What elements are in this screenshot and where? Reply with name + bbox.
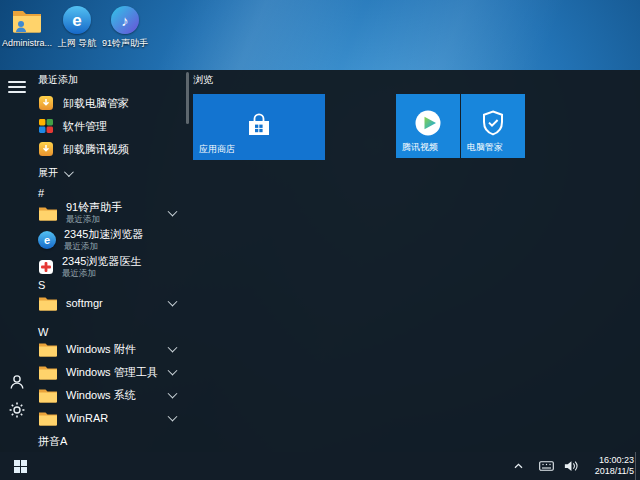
taskbar-clock[interactable]: 16:00:23 2018/11/5 xyxy=(595,455,634,477)
chevron-down-icon[interactable] xyxy=(168,297,178,307)
chevron-down-icon[interactable] xyxy=(168,343,178,353)
app-label: 2345加速浏览器 xyxy=(64,229,143,240)
tile-tencent-video[interactable]: 腾讯视频 xyxy=(396,94,460,158)
app-item-2345-browser[interactable]: e 2345加速浏览器 最近添加 xyxy=(38,227,186,253)
windows-logo-icon xyxy=(14,460,27,473)
desktop-icon-label: 91铃声助手 xyxy=(102,38,148,48)
user-avatar-icon[interactable] xyxy=(8,373,26,391)
desktop-screen: Administra... e 上网 导航 ♪ 91铃声助手 xyxy=(0,0,640,480)
desktop-icon-91-ringtone[interactable]: ♪ 91铃声助手 xyxy=(100,4,150,48)
taskbar: 16:00:23 2018/11/5 xyxy=(0,452,640,480)
app-label: 2345浏览器医生 xyxy=(62,256,141,267)
app-sublabel: 最近添加 xyxy=(64,241,143,252)
desktop-icon-label: Administra... xyxy=(2,38,52,48)
clock-date: 2018/11/5 xyxy=(595,466,634,477)
desktop-icon-administrator[interactable]: Administra... xyxy=(2,4,52,48)
recent-section-header: 最近添加 xyxy=(38,73,78,87)
volume-icon[interactable] xyxy=(560,452,580,480)
letter-jump-hash[interactable]: # xyxy=(38,187,44,199)
tile-group-label[interactable]: 浏览 xyxy=(193,73,213,87)
uninstall-icon xyxy=(38,141,54,157)
app-sublabel: 最近添加 xyxy=(66,214,122,225)
app-label: softmgr xyxy=(66,297,103,309)
hamburger-menu-icon[interactable] xyxy=(8,78,26,96)
app-label: Windows 附件 xyxy=(66,342,136,357)
expand-toggle[interactable]: 展开 xyxy=(38,166,71,180)
letter-jump-pinyin-a[interactable]: 拼音A xyxy=(38,434,67,449)
app-label: Windows 系统 xyxy=(66,388,136,403)
play-icon xyxy=(412,107,444,139)
tile-label: 应用商店 xyxy=(199,143,235,156)
folder-icon xyxy=(38,410,58,426)
store-icon xyxy=(244,111,274,138)
folder-icon xyxy=(38,364,58,380)
app-label: WinRAR xyxy=(66,412,108,424)
tile-label: 电脑管家 xyxy=(467,141,503,154)
chevron-down-icon[interactable] xyxy=(168,207,178,217)
chevron-down-icon[interactable] xyxy=(168,366,178,376)
start-menu: 最近添加 卸载电脑管家 软件管理 xyxy=(0,70,640,452)
app-item-windows-accessories[interactable]: Windows 附件 xyxy=(38,338,186,360)
ringtone-icon: ♪ xyxy=(109,4,141,36)
chevron-down-icon[interactable] xyxy=(168,389,178,399)
tile-label: 腾讯视频 xyxy=(402,141,438,154)
app-label: 卸载腾讯视频 xyxy=(63,142,129,157)
app-label: Windows 管理工具 xyxy=(66,365,158,380)
clock-time: 16:00:23 xyxy=(595,455,634,466)
letter-jump-w[interactable]: W xyxy=(38,326,48,338)
desktop-icon-web-nav[interactable]: e 上网 导航 xyxy=(52,4,102,48)
settings-gear-icon[interactable] xyxy=(8,401,26,419)
uninstall-icon xyxy=(38,95,54,111)
browser-doctor-icon xyxy=(38,259,54,275)
tray-overflow-chevron-icon[interactable] xyxy=(508,452,528,480)
folder-icon xyxy=(38,205,58,221)
folder-icon xyxy=(38,295,58,311)
app-sublabel: 最近添加 xyxy=(62,268,141,279)
recent-item[interactable]: 卸载腾讯视频 xyxy=(38,138,186,160)
tile-area: 浏览 应用商店 腾讯视频 xyxy=(193,70,640,452)
start-button[interactable] xyxy=(0,452,40,480)
folder-icon xyxy=(38,387,58,403)
chevron-down-icon xyxy=(64,167,74,177)
browser-e-icon: e xyxy=(61,4,93,36)
browser-e-icon: e xyxy=(38,231,56,249)
app-item-91-ringtone-folder[interactable]: 91铃声助手 最近添加 xyxy=(38,200,186,226)
app-label: 卸载电脑管家 xyxy=(63,96,129,111)
folder-icon xyxy=(38,341,58,357)
user-folder-icon xyxy=(11,4,43,36)
app-label: 软件管理 xyxy=(63,119,107,134)
letter-jump-s[interactable]: S xyxy=(38,279,45,291)
app-list: 最近添加 卸载电脑管家 软件管理 xyxy=(36,70,188,452)
show-desktop-button[interactable] xyxy=(635,452,640,480)
chevron-down-icon[interactable] xyxy=(168,412,178,422)
app-item-windows-admin-tools[interactable]: Windows 管理工具 xyxy=(38,361,186,383)
app-item-softmgr[interactable]: softmgr xyxy=(38,292,186,314)
software-manager-icon xyxy=(38,118,54,134)
tile-app-store[interactable]: 应用商店 xyxy=(193,94,325,160)
recent-item[interactable]: 软件管理 xyxy=(38,115,186,137)
app-label: 91铃声助手 xyxy=(66,202,122,213)
tile-pc-manager[interactable]: 电脑管家 xyxy=(461,94,525,158)
app-item-winrar[interactable]: WinRAR xyxy=(38,407,186,429)
app-item-windows-system[interactable]: Windows 系统 xyxy=(38,384,186,406)
input-keyboard-icon[interactable] xyxy=(536,452,556,480)
shield-icon xyxy=(479,109,507,137)
desktop-icon-label: 上网 导航 xyxy=(58,38,97,48)
app-item-2345-doctor[interactable]: 2345浏览器医生 最近添加 xyxy=(38,254,186,280)
recent-item[interactable]: 卸载电脑管家 xyxy=(38,92,186,114)
